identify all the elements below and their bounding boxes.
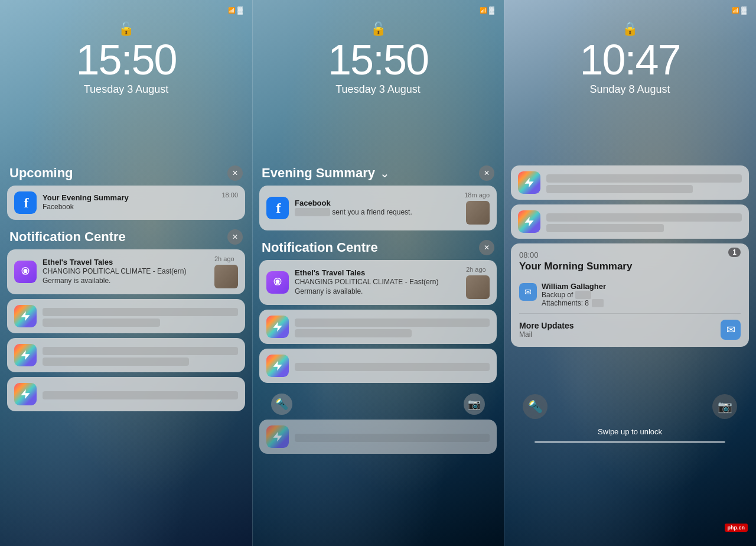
status-icons-3: 📶 ▓ bbox=[732, 6, 747, 14]
phone-panel-1: 📶 ▓ 🔓 15:50 Tuesday 3 August Upcoming ✕ … bbox=[0, 0, 252, 546]
mail-subject: Backup of bbox=[542, 291, 606, 299]
facebook-thumbnail-2 bbox=[466, 201, 490, 225]
shortcuts-blurred-2c bbox=[295, 431, 490, 442]
lock-icon-2: 🔓 bbox=[370, 21, 386, 37]
time-display-1: 15:50 Tuesday 3 August bbox=[0, 38, 252, 96]
shortcuts-blurred-1a bbox=[43, 306, 238, 327]
date-1: Tuesday 3 August bbox=[0, 83, 252, 96]
podcasts-notif-1[interactable]: Ethel's Travel Tales CHANGING POLITICAL … bbox=[7, 249, 245, 294]
time-1: 15:50 bbox=[0, 38, 252, 81]
blurred-bar-2b-1 bbox=[295, 363, 490, 371]
date-2: Tuesday 3 August bbox=[252, 83, 504, 96]
status-bar-2: 📶 ▓ bbox=[252, 0, 504, 17]
lock-icon-1: 🔓 bbox=[118, 21, 134, 37]
camera-btn-2[interactable]: 📷 bbox=[464, 394, 485, 415]
mail-subject-blurred bbox=[575, 291, 591, 299]
facebook-notif-time-2: 18m ago bbox=[464, 191, 490, 199]
panel3-notifications: 08:00 Your Morning Summary 1 ✉ William G… bbox=[511, 165, 749, 443]
podcasts-thumbnail-2 bbox=[466, 275, 490, 299]
nc-header-1: Notification Centre ✕ bbox=[7, 229, 245, 245]
time-3: 10:47 bbox=[504, 38, 756, 81]
swipe-text-3: Swipe up to unlock bbox=[511, 427, 749, 436]
nc-header-2: Notification Centre ✕ bbox=[259, 240, 497, 255]
swipe-bar-3 bbox=[535, 441, 725, 443]
podcasts-icon-1 bbox=[14, 261, 37, 283]
status-bar-3: 📶 ▓ bbox=[504, 0, 756, 17]
podcasts-notif-content-1: Ethel's Travel Tales CHANGING POLITICAL … bbox=[43, 258, 208, 285]
evening-header-2: Evening Summary ⌄ ✕ bbox=[259, 165, 497, 181]
facebook-notif-body-1: Facebook bbox=[43, 203, 216, 212]
shortcuts-card-2c[interactable] bbox=[259, 420, 497, 454]
podcasts-notif-time-1: 2h ago bbox=[214, 255, 234, 262]
facebook-notif-content-2: Facebook sent you a friend request. bbox=[295, 199, 458, 217]
mail-icon-sm: ✉ bbox=[519, 283, 537, 301]
morning-divider bbox=[519, 313, 741, 314]
podcasts-notif-body-1: CHANGING POLITICAL CLIMATE - East(ern) G… bbox=[43, 267, 208, 285]
php-badge: php.cn bbox=[725, 524, 748, 532]
shortcuts-blurred-3b bbox=[546, 211, 742, 232]
more-updates-info: More Updates Mail bbox=[519, 321, 574, 339]
mail-body: Attachments: 8 bbox=[542, 299, 606, 307]
blurred-bar-1c-1 bbox=[43, 391, 238, 399]
shortcuts-card-1c[interactable] bbox=[7, 377, 245, 411]
more-updates-app: Mail bbox=[519, 330, 574, 339]
mail-notif-row: ✉ William Gallagher Backup of Attachment… bbox=[519, 282, 741, 307]
evening-title-2: Evening Summary bbox=[262, 165, 375, 181]
shortcuts-card-1b[interactable] bbox=[7, 338, 245, 372]
wifi-icon-3: 📶 bbox=[732, 7, 739, 14]
facebook-notif-2[interactable]: f Facebook sent you a friend request. 18… bbox=[259, 186, 497, 230]
facebook-notif-1[interactable]: f Your Evening Summary Facebook 18:00 bbox=[7, 186, 245, 220]
shortcuts-card-1a[interactable] bbox=[7, 299, 245, 333]
flashlight-btn-3[interactable]: 🔦 bbox=[523, 394, 548, 419]
shortcuts-card-3a[interactable] bbox=[511, 165, 749, 200]
facebook-notif-time-1: 18:00 bbox=[221, 191, 238, 199]
shortcuts-icon-1b bbox=[14, 344, 37, 366]
time-2: 15:50 bbox=[252, 38, 504, 81]
mail-body-text: Attachments: 8 bbox=[542, 299, 589, 307]
shortcuts-icon-2a bbox=[266, 316, 289, 338]
nc-close-1[interactable]: ✕ bbox=[227, 229, 243, 245]
blurred-bar-3a-1 bbox=[546, 174, 742, 183]
nc-title-1: Notification Centre bbox=[9, 229, 126, 245]
shortcuts-icon-2b bbox=[266, 355, 289, 377]
friend-req-text-2: sent you a friend request. bbox=[332, 208, 412, 216]
date-3: Sunday 8 August bbox=[504, 83, 756, 96]
blurred-bar-2a-2 bbox=[295, 329, 412, 337]
evening-title-row-2: Evening Summary ⌄ bbox=[262, 165, 390, 181]
status-icons-2: 📶 ▓ bbox=[480, 6, 494, 14]
battery-icon-3: ▓ bbox=[741, 6, 747, 14]
shortcuts-card-2a[interactable] bbox=[259, 310, 497, 344]
flashlight-btn-2[interactable]: 🔦 bbox=[271, 394, 292, 415]
podcasts-notif-content-2: Ethel's Travel Tales CHANGING POLITICAL … bbox=[295, 268, 460, 296]
bottom-controls-2: 🔦 📷 bbox=[259, 388, 497, 415]
camera-btn-3[interactable]: 📷 bbox=[712, 394, 737, 419]
upcoming-title-1: Upcoming bbox=[9, 165, 73, 181]
blurred-bar-3a-2 bbox=[546, 185, 693, 193]
mail-icon-lg: ✉ bbox=[721, 320, 741, 340]
podcasts-notif-title-1: Ethel's Travel Tales bbox=[43, 258, 208, 266]
blurred-bar-1b-2 bbox=[43, 358, 189, 366]
nc-title-2: Notification Centre bbox=[262, 240, 378, 255]
upcoming-close-1[interactable]: ✕ bbox=[227, 165, 243, 181]
blurred-bar-2a-1 bbox=[295, 318, 490, 327]
podcasts-notif-2[interactable]: Ethel's Travel Tales CHANGING POLITICAL … bbox=[259, 260, 497, 305]
facebook-icon-1: f bbox=[14, 191, 37, 214]
facebook-notif-content-1: Your Evening Summary Facebook bbox=[43, 193, 216, 212]
blurred-bar-1a-1 bbox=[43, 308, 238, 316]
shortcuts-card-3b[interactable] bbox=[511, 204, 749, 239]
nc-close-2[interactable]: ✕ bbox=[479, 240, 494, 255]
podcasts-thumbnail-1 bbox=[214, 265, 238, 288]
morning-summary-card[interactable]: 08:00 Your Morning Summary 1 ✉ William G… bbox=[511, 243, 749, 347]
more-updates-title: More Updates bbox=[519, 321, 574, 330]
shortcuts-card-2b[interactable] bbox=[259, 349, 497, 383]
shortcuts-blurred-2a bbox=[295, 316, 490, 337]
time-display-2: 15:50 Tuesday 3 August bbox=[252, 38, 504, 96]
shortcuts-blurred-3a bbox=[546, 172, 742, 193]
shortcuts-icon-1c bbox=[14, 383, 37, 405]
notifications-area-1: Upcoming ✕ f Your Evening Summary Facebo… bbox=[7, 165, 245, 416]
wifi-icon-2: 📶 bbox=[480, 7, 487, 14]
blurred-bar-1a-2 bbox=[43, 318, 160, 327]
evening-close-2[interactable]: ✕ bbox=[479, 165, 494, 181]
shortcuts-blurred-2b bbox=[295, 360, 490, 371]
battery-icon-1: ▓ bbox=[237, 6, 243, 14]
